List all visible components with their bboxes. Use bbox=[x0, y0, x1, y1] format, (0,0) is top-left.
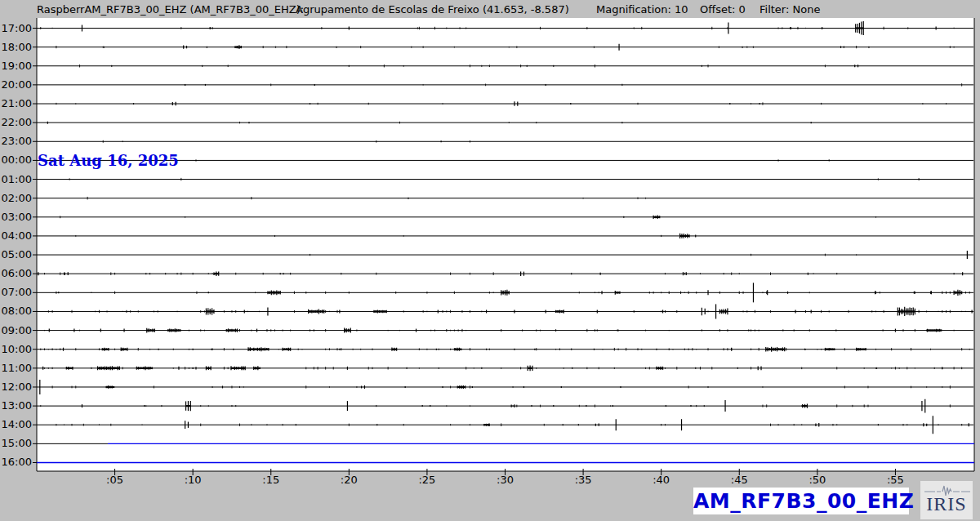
hour-label: 11:00 bbox=[1, 362, 32, 374]
station-location: Agrupamento de Escolas de Freixo (41.653… bbox=[296, 3, 569, 16]
hour-label: 04:00 bbox=[1, 229, 32, 242]
minute-label: :40 bbox=[645, 474, 678, 486]
iris-logo: IRIS bbox=[920, 481, 973, 519]
hour-label: 21:00 bbox=[1, 97, 32, 109]
hour-label: 22:00 bbox=[1, 116, 32, 128]
hour-label: 10:00 bbox=[1, 343, 32, 355]
minute-label: :50 bbox=[801, 474, 834, 486]
date-annotation: Sat Aug 16, 2025 bbox=[38, 152, 179, 169]
minute-label: :15 bbox=[255, 474, 287, 486]
hour-label: 06:00 bbox=[1, 267, 32, 279]
magnification-label: Magnification: 10 bbox=[596, 3, 688, 16]
minute-label: :05 bbox=[99, 474, 131, 486]
hour-label: 23:00 bbox=[1, 135, 32, 147]
iris-logo-text: IRIS bbox=[920, 494, 973, 514]
hour-label: 14:00 bbox=[1, 418, 32, 430]
helicorder-screen: RaspberrAM_RF7B3_00_EHZ (AM_RF7B3_00_EHZ… bbox=[0, 0, 980, 521]
helicorder-plot bbox=[33, 18, 975, 480]
minute-label: :45 bbox=[723, 474, 755, 486]
hour-label: 09:00 bbox=[1, 324, 32, 336]
hour-label: 03:00 bbox=[1, 211, 32, 223]
hour-label: 01:00 bbox=[1, 173, 32, 185]
hour-label: 17:00 bbox=[1, 22, 32, 34]
minute-label: :30 bbox=[489, 474, 522, 486]
hour-label: 05:00 bbox=[1, 248, 32, 260]
filter-label: Filter: None bbox=[760, 3, 820, 16]
hour-label: 15:00 bbox=[1, 437, 32, 449]
hour-label: 16:00 bbox=[1, 456, 32, 468]
hour-label: 20:00 bbox=[1, 78, 32, 91]
minute-label: :10 bbox=[176, 474, 209, 486]
hour-label: 02:00 bbox=[1, 192, 32, 204]
minute-label: :25 bbox=[411, 474, 443, 486]
hour-label: 19:00 bbox=[1, 60, 32, 72]
station-badge: AM_RF7B3_00_EHZ bbox=[693, 488, 909, 514]
minute-label: :35 bbox=[567, 474, 599, 486]
hour-label: 18:00 bbox=[1, 41, 32, 53]
hour-label: 07:00 bbox=[1, 286, 32, 298]
station-title: RaspberrAM_RF7B3_00_EHZ (AM_RF7B3_00_EHZ… bbox=[37, 3, 304, 16]
minute-label: :20 bbox=[332, 474, 365, 486]
offset-label: Offset: 0 bbox=[700, 3, 746, 16]
hour-label: 13:00 bbox=[1, 399, 32, 412]
hour-label: 08:00 bbox=[1, 305, 32, 317]
hour-label: 00:00 bbox=[1, 154, 32, 166]
hour-label: 12:00 bbox=[1, 381, 32, 393]
minute-label: :55 bbox=[879, 474, 911, 486]
